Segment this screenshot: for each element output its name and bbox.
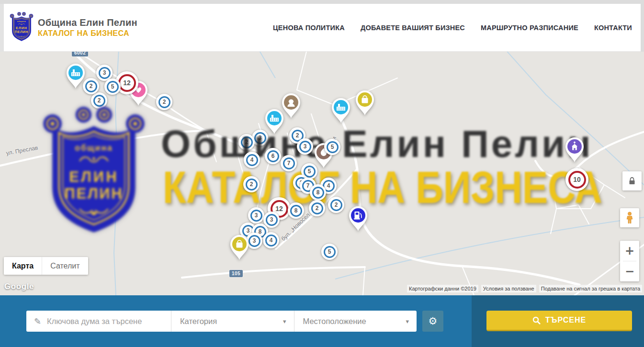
cluster-marker-6[interactable]: 6 [265,148,281,164]
cluster-marker-4[interactable]: 4 [244,152,260,168]
map-attribution: Картографски данни ©2019Условия за ползв… [407,285,642,292]
municipality-shield-icon [10,11,34,43]
street-view-pegman-button[interactable] [620,208,639,227]
pin-factory[interactable] [264,107,285,135]
pencil-icon: ✎ [34,316,41,326]
location-select-value: Местоположение [303,317,366,326]
pin-factory[interactable] [330,96,351,124]
cluster-marker-3[interactable]: 3 [297,138,313,155]
caret-down-icon: ▾ [406,318,409,325]
lock-icon [628,177,636,185]
attribution-text: Картографски данни ©2019 [407,285,478,292]
pin-fuel[interactable] [348,204,369,232]
zoom-in-button[interactable]: + [620,241,639,261]
map-type-control: Карта Сателит [4,257,88,275]
site-title: Община Елин Пелин [38,17,137,28]
cluster-marker-8[interactable]: 8 [310,184,326,201]
map-type-satellite-button[interactable]: Сателит [42,257,88,275]
category-select-value: Категория [180,317,217,326]
cluster-marker-5[interactable]: 5 [104,78,121,95]
pin-factory[interactable] [65,62,86,90]
cluster-marker-5[interactable]: 5 [324,139,340,155]
zoom-control: + − [620,241,639,281]
cluster-marker-3[interactable]: 3 [263,212,280,228]
nav-item-bus-schedule[interactable]: МАРШРУТНО РАЗПИСАНИЕ [481,24,578,32]
cluster-marker-2[interactable]: 2 [328,197,344,213]
cluster-marker-3[interactable]: 3 [248,207,264,224]
main-nav: ЦЕНОВА ПОЛИТИКАДОБАВЕТЕ ВАШИЯТ БИЗНЕСМАР… [273,4,632,51]
scroll-lock-button[interactable] [622,171,642,190]
nav-item-contacts[interactable]: КОНТАКТИ [594,24,632,32]
page-right-strip [641,0,644,52]
site-logo[interactable]: Община Елин Пелин КАТАЛОГ НА БИЗНЕСА [10,11,137,43]
attribution-link-2[interactable]: Подаване на сигнал за грешка в картата [539,285,642,292]
caret-down-icon: ▾ [283,318,286,325]
search-button[interactable]: ТЪРСЕНЕ [486,311,632,331]
attribution-link-1[interactable]: Условия за ползване [481,285,536,292]
cluster-marker-2[interactable]: 2 [243,176,260,192]
search-icon [532,316,541,325]
gear-icon: ⚙ [429,315,438,327]
search-button-label: ТЪРСЕНЕ [545,316,586,325]
pin-church[interactable] [564,135,585,163]
map-canvas[interactable]: 6002105 ул. Преславбул. „Новоселции 232 … [0,52,644,295]
page-top-strip [0,0,644,4]
nav-item-pricing[interactable]: ЦЕНОВА ПОЛИТИКА [273,24,345,32]
site-subtitle: КАТАЛОГ НА БИЗНЕСА [38,29,137,38]
cluster-marker-10[interactable]: 10 [565,168,588,191]
google-logo[interactable]: Google [4,282,34,291]
search-fields: ✎ Категория ▾ Местоположение ▾ [26,311,417,332]
keyword-input[interactable] [47,317,171,326]
cluster-marker-4[interactable]: 4 [263,232,279,248]
cluster-marker-2[interactable]: 2 [309,200,325,216]
pin-bag[interactable] [229,233,250,261]
search-bar: ✎ Категория ▾ Местоположение ▾ ⚙ ТЪРСЕНЕ [0,295,644,347]
nav-item-add-business[interactable]: ДОБАВЕТЕ ВАШИЯТ БИЗНЕС [361,24,465,32]
location-select[interactable]: Местоположение ▾ [294,311,417,332]
advanced-search-gear-button[interactable]: ⚙ [422,311,443,332]
cluster-marker-2[interactable]: 2 [156,94,172,110]
keyword-field[interactable]: ✎ [26,311,171,332]
cluster-marker-5[interactable]: 5 [321,244,338,260]
zoom-out-button[interactable]: − [620,261,639,281]
cluster-marker-8[interactable]: 8 [288,202,304,219]
markers-layer: 31225223564751022748221283338435 [0,52,644,295]
map-type-map-button[interactable]: Карта [4,257,42,275]
pegman-icon [624,212,635,224]
pin-bag[interactable] [354,89,375,116]
category-select[interactable]: Категория ▾ [171,311,294,332]
cluster-marker-7[interactable]: 7 [281,155,297,171]
header: Община Елин Пелин КАТАЛОГ НА БИЗНЕСА ЦЕН… [4,4,641,52]
